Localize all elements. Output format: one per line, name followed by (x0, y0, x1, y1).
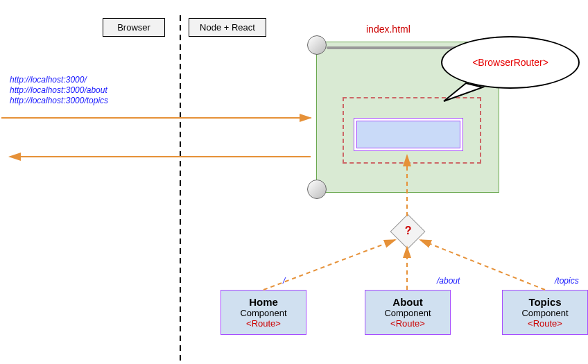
component-subtitle: Component (503, 308, 587, 318)
component-title: Topics (503, 296, 587, 308)
component-title: About (365, 296, 450, 308)
path-label-home: / (283, 276, 285, 286)
url-item: http://localhost:3000/topics (10, 96, 108, 106)
path-label-about: /about (437, 276, 460, 286)
component-route: <Route> (365, 318, 450, 329)
component-topics: Topics Component <Route> (502, 290, 588, 335)
browser-label: Browser (117, 22, 150, 33)
path-label-topics: /topics (555, 276, 579, 286)
component-route: <Route> (221, 318, 306, 329)
browser-label-box: Browser (103, 18, 165, 37)
component-subtitle: Component (221, 308, 306, 318)
rendered-slot-fill (356, 121, 460, 148)
component-home: Home Component <Route> (220, 290, 306, 335)
node-react-label-box: Node + React (189, 18, 266, 37)
speech-bubble: <BrowserRouter> (441, 36, 580, 89)
decision-label: ? (405, 225, 412, 237)
component-route: <Route> (503, 318, 587, 329)
component-subtitle: Component (365, 308, 450, 318)
browser-router-label: <BrowserRouter> (472, 57, 548, 68)
decision-diamond-icon: ? (390, 214, 426, 250)
index-html-label: index.html (366, 24, 410, 35)
component-title: Home (221, 296, 306, 308)
url-item: http://localhost:3000/ (10, 75, 108, 85)
component-about: About Component <Route> (365, 290, 451, 335)
node-react-label: Node + React (200, 22, 255, 33)
diagram-root: Browser Node + React http://localhost:30… (0, 0, 588, 364)
url-list: http://localhost:3000/ http://localhost:… (10, 75, 108, 106)
url-item: http://localhost:3000/about (10, 85, 108, 96)
